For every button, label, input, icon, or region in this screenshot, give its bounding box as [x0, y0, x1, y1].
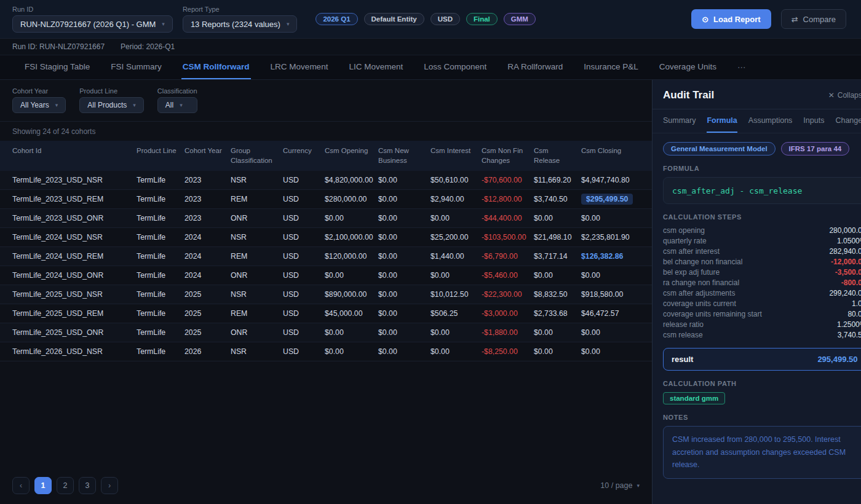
calculation-step: release ratio 1.2500%	[663, 320, 861, 330]
cell-csm-closing[interactable]: $126,382.86	[581, 252, 640, 261]
cell-currency: USD	[283, 195, 325, 203]
table-row[interactable]: TermLife_2023_USD_NSR TermLife 2023 NSR …	[0, 171, 652, 190]
cell-group-classification: ONR	[231, 328, 283, 337]
header-badge: USD	[430, 13, 460, 25]
cell-product-line: TermLife	[137, 309, 184, 318]
column-header[interactable]: Csm Closing	[581, 146, 640, 156]
header-badge: 2026 Q1	[315, 13, 357, 25]
cell-csm-closing[interactable]: $46,472.57	[581, 309, 640, 318]
csm-closing-value[interactable]: $4,947,740.80	[581, 176, 630, 184]
report-tab[interactable]: FSI Staging Table	[23, 55, 91, 79]
compare-button[interactable]: ⇄ Compare	[781, 9, 846, 29]
audit-trail-panel: Audit Trail ✕ Collapse SummaryFormulaAss…	[652, 80, 861, 504]
column-header[interactable]: Currency	[283, 146, 325, 156]
csm-closing-value[interactable]: $918,580.00	[581, 290, 623, 299]
cell-csm-closing[interactable]: $295,499.50	[581, 194, 640, 205]
cell-csm-interest: $0.00	[430, 214, 482, 222]
table-row[interactable]: TermLife_2024_USD_ONR TermLife 2024 ONR …	[0, 266, 652, 285]
csm-closing-value[interactable]: $0.00	[581, 214, 600, 222]
table-row[interactable]: TermLife_2025_USD_NSR TermLife 2025 NSR …	[0, 285, 652, 304]
top-header: Run ID RUN-NLZ07921667 (2026 Q1) - GMM ▾…	[0, 0, 861, 38]
csm-closing-value[interactable]: $0.00	[581, 271, 600, 280]
chevron-down-icon: ▾	[287, 21, 290, 27]
audit-tab[interactable]: Inputs	[803, 109, 824, 133]
cell-csm-release: $0.00	[534, 271, 581, 280]
report-tab[interactable]: CSM Rollforward	[181, 55, 251, 79]
audit-tab[interactable]: Changes	[835, 109, 861, 133]
page-button[interactable]: 3	[79, 477, 96, 494]
page-button[interactable]: ›	[101, 477, 118, 494]
cell-csm-closing[interactable]: $0.00	[581, 328, 640, 337]
report-tab[interactable]: RA Rollforward	[506, 55, 564, 79]
column-header[interactable]: Product Line	[137, 146, 184, 156]
step-value: -3,500.00	[835, 268, 861, 277]
table-row[interactable]: TermLife_2023_USD_REM TermLife 2023 REM …	[0, 190, 652, 209]
cell-csm-opening: $120,000.00	[325, 252, 378, 261]
calculation-path-label: CALCULATION PATH	[663, 380, 861, 387]
report-tab[interactable]: LIC Movement	[347, 55, 404, 79]
filter-select[interactable]: All Products ▾	[79, 97, 144, 113]
table-row[interactable]: TermLife_2023_USD_ONR TermLife 2023 ONR …	[0, 209, 652, 228]
page-size-select[interactable]: 10 / page ▾	[600, 481, 640, 490]
cell-csm-opening: $890,000.00	[325, 290, 378, 299]
page-button[interactable]: 2	[57, 477, 74, 494]
page-button[interactable]: 1	[34, 477, 52, 494]
csm-closing-value[interactable]: $0.00	[581, 328, 600, 337]
filter-value: All	[165, 101, 173, 109]
column-header[interactable]: Csm New Business	[378, 146, 430, 165]
cell-csm-closing[interactable]: $0.00	[581, 347, 640, 356]
column-header[interactable]: Csm Non Fin Changes	[482, 146, 534, 165]
table-row[interactable]: TermLife_2024_USD_NSR TermLife 2024 NSR …	[0, 228, 652, 247]
column-header[interactable]: Csm Opening	[325, 146, 378, 156]
subheader-period: Period: 2026-Q1	[121, 42, 175, 51]
step-value: 280,000.00	[829, 226, 861, 235]
audit-tab[interactable]: Summary	[663, 109, 696, 133]
collapse-button[interactable]: ✕ Collapse	[828, 91, 861, 100]
run-id-select[interactable]: RUN-NLZ07921667 (2026 Q1) - GMM ▾	[12, 15, 173, 33]
report-tab[interactable]: Coverage Units	[658, 55, 718, 79]
column-header[interactable]: Csm Release	[534, 146, 581, 165]
table-row[interactable]: TermLife_2025_USD_REM TermLife 2025 REM …	[0, 304, 652, 323]
report-tab[interactable]: Loss Component	[423, 55, 488, 79]
column-header[interactable]: Group Classification	[231, 146, 283, 165]
cell-cohort-year: 2023	[184, 176, 231, 184]
load-report-button[interactable]: ⊙ Load Report	[691, 9, 771, 29]
report-tab[interactable]: FSI Summary	[109, 55, 163, 79]
cell-product-line: TermLife	[137, 176, 184, 184]
cell-csm-non-fin-changes: -$3,000.00	[482, 309, 534, 318]
cell-csm-release: $3,717.14	[534, 252, 581, 261]
audit-tab[interactable]: Formula	[707, 109, 737, 133]
report-type-select[interactable]: 13 Reports (2324 values) ▾	[183, 15, 298, 33]
csm-closing-value[interactable]: $2,235,801.90	[581, 233, 630, 242]
report-type-label: Report Type	[183, 6, 298, 13]
cell-csm-closing[interactable]: $4,947,740.80	[581, 176, 640, 184]
header-badges: 2026 Q1Default EntityUSDFinalGMM	[315, 13, 535, 25]
step-value: 1.00	[852, 299, 861, 309]
csm-closing-value[interactable]: $295,499.50	[581, 194, 633, 205]
cell-csm-opening: $0.00	[325, 347, 378, 356]
report-tab[interactable]: ⋯	[736, 55, 748, 79]
cell-csm-closing[interactable]: $0.00	[581, 214, 640, 222]
cell-csm-closing[interactable]: $0.00	[581, 271, 640, 280]
column-header[interactable]: Csm Interest	[430, 146, 482, 156]
report-tab[interactable]: Insurance P&L	[582, 55, 640, 79]
calculation-step: quarterly rate 1.0500%	[663, 236, 861, 246]
cell-csm-closing[interactable]: $2,235,801.90	[581, 233, 640, 242]
table-row[interactable]: TermLife_2026_USD_NSR TermLife 2026 NSR …	[0, 342, 652, 361]
column-header[interactable]: Cohort Year	[184, 146, 231, 156]
cell-csm-closing[interactable]: $918,580.00	[581, 290, 640, 299]
page-button[interactable]: ‹	[12, 477, 30, 494]
table-row[interactable]: TermLife_2024_USD_REM TermLife 2024 REM …	[0, 247, 652, 266]
csm-closing-value[interactable]: $126,382.86	[581, 252, 623, 261]
column-header[interactable]: Cohort Id	[12, 146, 137, 156]
table-row[interactable]: TermLife_2025_USD_ONR TermLife 2025 ONR …	[0, 323, 652, 342]
csm-closing-value[interactable]: $46,472.57	[581, 309, 619, 318]
filter-select[interactable]: All Years ▾	[12, 97, 66, 113]
filter-select[interactable]: All ▾	[157, 97, 197, 113]
report-tab[interactable]: LRC Movement	[269, 55, 330, 79]
calculation-steps-label: CALCULATION STEPS	[663, 213, 861, 221]
cell-csm-release: $0.00	[534, 328, 581, 337]
csm-closing-value[interactable]: $0.00	[581, 347, 600, 356]
audit-tab[interactable]: Assumptions	[748, 109, 793, 133]
cell-csm-interest: $50,610.00	[430, 176, 482, 184]
